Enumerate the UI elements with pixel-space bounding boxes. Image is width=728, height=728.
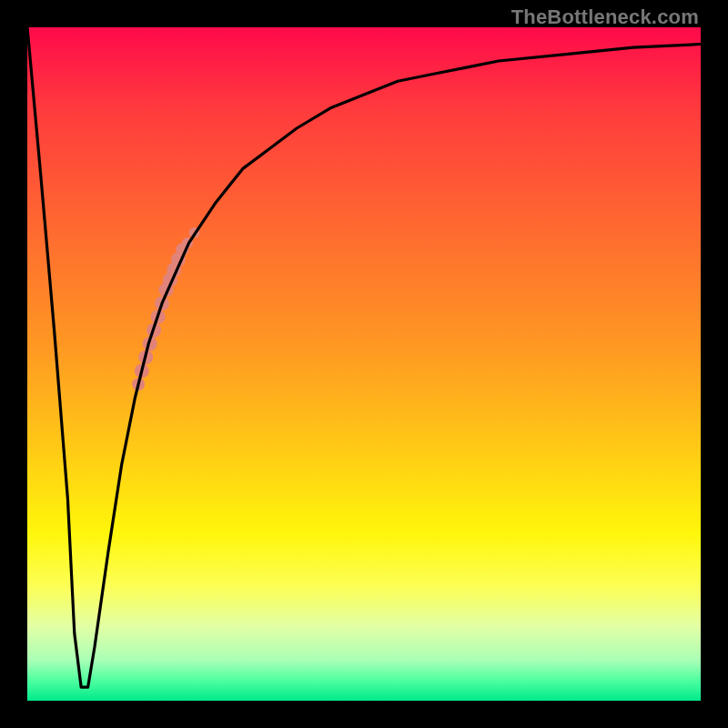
plot-area — [27, 27, 701, 701]
bottleneck-curve — [27, 27, 701, 687]
watermark-link[interactable]: TheBottleneck.com — [511, 5, 699, 29]
chart-frame: TheBottleneck.com — [0, 0, 728, 728]
chart-svg — [27, 27, 701, 701]
